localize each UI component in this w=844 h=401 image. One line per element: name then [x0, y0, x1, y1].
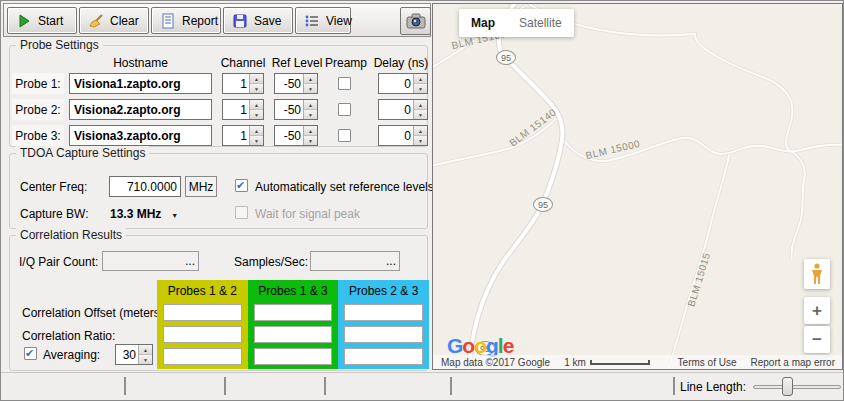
line-length-slider-track[interactable] — [753, 385, 841, 389]
delay-header: Delay (ns) — [372, 56, 430, 70]
spin-up-icon[interactable] — [304, 126, 317, 136]
probe1-ref-level-stepper[interactable]: -50 — [274, 73, 318, 94]
map-canvas[interactable]: BLM 15100 BLM 15140 BLM 15000 BLM 15015 … — [432, 3, 843, 370]
samples-sec-field: ... — [310, 251, 400, 271]
probe3-delay-stepper[interactable]: 0 — [378, 125, 428, 146]
samples-sec-label: Samples/Sec: — [234, 255, 308, 269]
offset-field-1-3 — [254, 304, 333, 321]
satellite-tab[interactable]: Satellite — [507, 16, 574, 30]
spin-up-icon[interactable] — [304, 74, 317, 84]
correlation-ratio-label: Correlation Ratio: — [22, 329, 115, 343]
probe3-preamp-checkbox[interactable] — [338, 129, 351, 142]
status-separator — [450, 377, 452, 395]
spin-up-icon[interactable] — [414, 74, 427, 84]
status-separator — [324, 377, 326, 395]
wait-peak-checkbox[interactable] — [235, 206, 248, 219]
start-button[interactable]: Start — [7, 7, 77, 34]
clear-button[interactable]: Clear — [79, 7, 149, 34]
probe-settings-group: Probe Settings Hostname Channel Ref Leve… — [9, 45, 428, 147]
clear-label: Clear — [110, 14, 139, 28]
center-freq-input[interactable]: 710.0000 — [109, 176, 181, 197]
probe2-channel-stepper[interactable]: 1 — [222, 99, 264, 120]
capture-bw-dropdown[interactable]: 13.3 MHz — [110, 207, 178, 221]
probe1-delay-stepper[interactable]: 0 — [378, 73, 428, 94]
probe1-preamp-checkbox[interactable] — [338, 77, 351, 90]
spin-down-icon[interactable] — [414, 110, 427, 119]
pegman-icon — [811, 263, 823, 285]
view-button[interactable]: View — [295, 7, 351, 34]
report-button[interactable]: Report — [151, 7, 221, 34]
probe1-channel-stepper[interactable]: 1 — [222, 73, 264, 94]
probe2-delay-stepper[interactable]: 0 — [378, 99, 428, 120]
spin-up-icon[interactable] — [250, 100, 263, 110]
averaging-stepper[interactable]: 30 — [115, 344, 153, 365]
highway-95-shield: 95 — [533, 197, 553, 212]
line-length-slider-thumb[interactable] — [782, 377, 793, 396]
avg-field-1-3 — [254, 348, 333, 365]
iq-pair-count-field: ... — [102, 251, 199, 271]
probe3-ref-level-stepper[interactable]: -50 — [274, 125, 318, 146]
tdoa-settings-title: TDOA Capture Settings — [16, 146, 149, 160]
freq-unit-button[interactable]: MHz — [185, 176, 217, 197]
spin-down-icon[interactable] — [139, 355, 152, 364]
spin-up-icon[interactable] — [139, 345, 152, 355]
view-icon — [304, 13, 320, 29]
offset-field-2-3 — [344, 304, 423, 321]
spin-down-icon[interactable] — [250, 110, 263, 119]
clear-icon — [88, 13, 104, 29]
ratio-field-1-2 — [163, 326, 242, 343]
probe2-ref-level-stepper[interactable]: -50 — [274, 99, 318, 120]
save-button[interactable]: Save — [223, 7, 293, 34]
pegman-button[interactable] — [804, 259, 830, 289]
scale-bar — [590, 360, 650, 365]
report-label: Report — [182, 14, 218, 28]
line-length-label: Line Length: — [680, 380, 746, 394]
ref-level-header: Ref Level — [268, 56, 326, 70]
zoom-in-button[interactable]: + — [804, 297, 830, 324]
ratio-field-1-3 — [254, 326, 333, 343]
averaging-checkbox[interactable] — [24, 347, 37, 360]
probe2-preamp-checkbox[interactable] — [338, 103, 351, 116]
spin-down-icon[interactable] — [414, 84, 427, 93]
spin-up-icon[interactable] — [250, 126, 263, 136]
spin-up-icon[interactable] — [414, 126, 427, 136]
probe3-hostname-input[interactable]: Visiona3.zapto.org — [69, 125, 212, 146]
terms-of-use-link[interactable]: Terms of Use — [671, 357, 744, 368]
center-freq-label: Center Freq: — [20, 180, 87, 194]
probes-1-3-column: Probes 1 & 3 — [248, 280, 339, 369]
spin-up-icon[interactable] — [414, 100, 427, 110]
spin-up-icon[interactable] — [304, 100, 317, 110]
tdoa-settings-group: TDOA Capture Settings Center Freq: 710.0… — [9, 153, 428, 229]
report-map-error-link[interactable]: Report a map error — [744, 357, 842, 368]
spin-down-icon[interactable] — [304, 84, 317, 93]
screenshot-camera-button[interactable] — [400, 7, 431, 35]
spin-down-icon[interactable] — [304, 110, 317, 119]
probe3-channel-stepper[interactable]: 1 — [222, 125, 264, 146]
capture-bw-label: Capture BW: — [20, 207, 88, 221]
probes-1-2-header: Probes 1 & 2 — [157, 280, 248, 301]
save-icon — [232, 13, 248, 29]
auto-ref-checkbox[interactable] — [235, 179, 248, 192]
spin-down-icon[interactable] — [250, 84, 263, 93]
zoom-out-button[interactable]: − — [804, 326, 830, 353]
spin-down-icon[interactable] — [250, 136, 263, 145]
map-attribution-bar: Map data ©2017 Google 1 km Terms of Use … — [433, 355, 842, 369]
spin-up-icon[interactable] — [250, 74, 263, 84]
highway-95-shield: 95 — [496, 50, 516, 65]
probes-1-3-header: Probes 1 & 3 — [248, 280, 339, 301]
map-tab[interactable]: Map — [459, 16, 507, 30]
probe1-hostname-input[interactable]: Visiona1.zapto.org — [69, 73, 212, 94]
probe2-hostname-input[interactable]: Visiona2.zapto.org — [69, 99, 212, 120]
correlation-results-group: Correlation Results I/Q Pair Count: ... … — [9, 235, 428, 371]
channel-header: Channel — [215, 56, 271, 70]
status-separator — [224, 377, 226, 395]
correlation-offset-label: Correlation Offset (meters): — [22, 306, 167, 320]
probe2-label: Probe 2: — [12, 99, 64, 120]
view-label: View — [326, 14, 352, 28]
report-icon — [160, 13, 176, 29]
avg-field-1-2 — [163, 348, 242, 365]
scale-label: 1 km — [550, 357, 586, 368]
spin-down-icon[interactable] — [414, 136, 427, 145]
map-type-control: Map Satellite — [459, 9, 574, 37]
spin-down-icon[interactable] — [304, 136, 317, 145]
